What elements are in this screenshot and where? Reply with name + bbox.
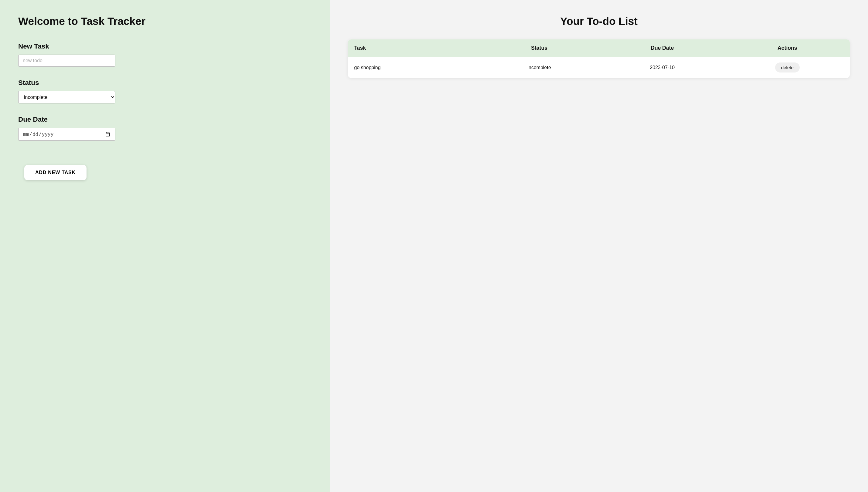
task-actions-cell: delete [725, 57, 850, 78]
app-title: Welcome to Task Tracker [18, 15, 311, 27]
due-date-label: Due Date [18, 116, 311, 123]
col-header-task: Task [348, 40, 479, 57]
new-task-section: New Task [18, 43, 311, 67]
task-duedate-cell: 2023-07-10 [600, 57, 725, 78]
right-panel: Your To-do List Task Status Due Date Act… [330, 0, 868, 492]
due-date-input[interactable] [18, 128, 115, 141]
col-header-duedate: Due Date [600, 40, 725, 57]
task-name-cell: go shopping [348, 57, 479, 78]
table-body: go shopping incomplete 2023-07-10 delete [348, 57, 850, 78]
table-row: go shopping incomplete 2023-07-10 delete [348, 57, 850, 78]
col-header-actions: Actions [725, 40, 850, 57]
delete-button[interactable]: delete [775, 63, 800, 73]
task-status-cell: incomplete [479, 57, 600, 78]
todo-table: Task Status Due Date Actions go shopping… [348, 40, 850, 78]
todo-list-title: Your To-do List [348, 15, 850, 27]
status-select[interactable]: incomplete complete [18, 91, 115, 103]
add-new-task-button[interactable]: ADD NEW TASK [24, 165, 87, 180]
new-task-input[interactable] [18, 55, 115, 67]
new-task-label: New Task [18, 43, 311, 50]
col-header-status: Status [479, 40, 600, 57]
left-panel: Welcome to Task Tracker New Task Status … [0, 0, 330, 492]
status-label: Status [18, 79, 311, 87]
due-date-section: Due Date [18, 116, 311, 141]
status-section: Status incomplete complete [18, 79, 311, 103]
table-header: Task Status Due Date Actions [348, 40, 850, 57]
